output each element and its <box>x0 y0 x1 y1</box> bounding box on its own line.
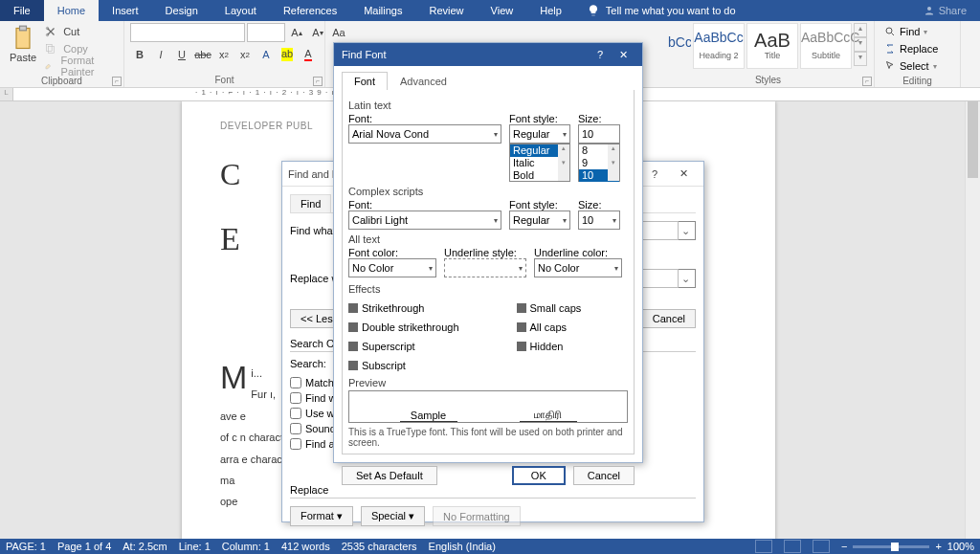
fr-replacewith-input[interactable] <box>638 269 679 288</box>
paste-button[interactable]: Paste <box>6 23 40 65</box>
tab-design[interactable]: Design <box>152 0 212 21</box>
ff-ok-button[interactable]: OK <box>512 466 566 485</box>
group-styles: bCc AaBbCcHeading 2 AaBTitle AaBbCcCSubt… <box>662 21 875 87</box>
fx-strike[interactable]: Strikethrough <box>348 300 459 316</box>
ff-size-list[interactable]: 8 9 10 ▴▾ <box>578 144 620 182</box>
fx-dstrike[interactable]: Double strikethrough <box>348 320 459 335</box>
ff-size-combo[interactable]: 10 <box>578 124 620 144</box>
view-print-button[interactable] <box>784 540 801 553</box>
change-case-button[interactable]: Aa <box>329 24 348 41</box>
ff-complex-font-combo[interactable]: Calibri Light▾ <box>348 211 501 230</box>
fr-cancel-button[interactable]: Cancel <box>642 309 696 328</box>
tab-view[interactable]: View <box>478 0 527 21</box>
style-subtitle[interactable]: AaBbCcCSubtitle <box>800 23 852 69</box>
font-name-combo[interactable] <box>130 23 245 42</box>
fr-format-button[interactable]: Format ▾ <box>290 506 353 526</box>
status-chars[interactable]: 2535 characters <box>342 541 417 552</box>
style-gallery-scroll[interactable]: ▴▾▾ <box>854 23 867 66</box>
ff-complex-style-combo[interactable]: Regular▾ <box>509 211 570 230</box>
replace-button[interactable]: Replace <box>880 40 942 57</box>
fr-special-button[interactable]: Special ▾ <box>361 506 425 526</box>
ff-underlinecolor-combo[interactable]: No Color▾ <box>534 258 622 277</box>
status-at[interactable]: At: 2.5cm <box>122 541 167 552</box>
status-line[interactable]: Line: 1 <box>179 541 211 552</box>
tab-layout[interactable]: Layout <box>212 0 270 21</box>
fr-replacewith-dropdown[interactable]: ⌄ <box>679 269 696 288</box>
underline-button[interactable]: U <box>172 46 191 63</box>
subscript-button[interactable]: x2 <box>214 46 234 63</box>
font-launcher[interactable]: ⌐ <box>313 77 323 86</box>
italic-button[interactable]: I <box>151 46 170 63</box>
scroll-thumb[interactable] <box>968 101 978 178</box>
tab-home[interactable]: Home <box>44 0 99 21</box>
ff-close-button[interactable]: ✕ <box>612 49 635 61</box>
scrollbar-vertical[interactable] <box>965 101 980 539</box>
status-pageof[interactable]: Page 1 of 4 <box>57 541 111 552</box>
fx-allcaps[interactable]: All caps <box>517 320 582 335</box>
ruler-corner[interactable]: L <box>0 88 13 100</box>
text-effects-button[interactable]: A <box>256 46 276 63</box>
zoom-in-button[interactable]: + <box>935 541 941 552</box>
fr-close-button[interactable]: ✕ <box>669 167 698 180</box>
tab-insert[interactable]: Insert <box>99 0 152 21</box>
ff-size-scroll[interactable]: ▴▾ <box>608 144 619 181</box>
grow-font-button[interactable]: A▴ <box>287 24 306 41</box>
zoom-level[interactable]: 100% <box>947 541 974 552</box>
zoom-slider[interactable] <box>853 545 929 548</box>
fr-findwhat-input[interactable] <box>638 221 679 240</box>
tab-mailings[interactable]: Mailings <box>350 0 415 21</box>
ff-titlebar[interactable]: Find Font ? ✕ <box>334 43 642 66</box>
fx-sup[interactable]: Superscript <box>348 339 459 354</box>
ff-tab-font[interactable]: Font <box>342 72 388 90</box>
ff-cancel-button[interactable]: Cancel <box>573 466 635 485</box>
tab-review[interactable]: Review <box>416 0 478 21</box>
tell-me[interactable]: Tell me what you want to do <box>575 4 736 17</box>
status-col[interactable]: Column: 1 <box>222 541 270 552</box>
ff-underlinestyle-combo[interactable]: ▾ <box>444 258 526 277</box>
ff-fontcolor-combo[interactable]: No Color▾ <box>348 258 436 277</box>
format-painter-button[interactable]: Format Painter <box>44 57 118 75</box>
fr-tab-find[interactable]: Find <box>290 194 331 212</box>
fr-findwhat-dropdown[interactable]: ⌄ <box>679 221 696 240</box>
clipboard-launcher[interactable]: ⌐ <box>112 77 122 86</box>
strikethrough-button[interactable]: abc <box>193 46 212 63</box>
ff-help-button[interactable]: ? <box>589 49 612 60</box>
fx-smallcaps[interactable]: Small caps <box>517 300 582 316</box>
styles-launcher[interactable]: ⌐ <box>862 77 872 86</box>
ff-style-list[interactable]: Regular Italic Bold ▴▾ <box>509 144 570 182</box>
cut-button[interactable]: Cut <box>44 23 118 40</box>
view-web-button[interactable] <box>813 540 830 553</box>
superscript-button[interactable]: x2 <box>235 46 255 63</box>
ff-style-combo[interactable]: Regular▾ <box>509 124 570 144</box>
status-page[interactable]: PAGE: 1 <box>6 541 46 552</box>
style-title[interactable]: AaBTitle <box>746 23 798 69</box>
replace-icon <box>884 43 896 55</box>
select-button[interactable]: Select▾ <box>880 57 941 75</box>
font-size-combo[interactable] <box>247 23 285 42</box>
zoom-out-button[interactable]: − <box>841 541 847 552</box>
status-lang[interactable]: English (India) <box>429 541 496 552</box>
tab-references[interactable]: References <box>270 0 350 21</box>
find-font-dialog: Find Font ? ✕ Font Advanced Latin text F… <box>333 42 643 463</box>
tab-file[interactable]: File <box>0 0 44 21</box>
share-button[interactable]: Share <box>924 5 980 16</box>
ff-setdefault-button[interactable]: Set As Default <box>342 466 437 485</box>
find-button[interactable]: Find▾ <box>880 23 931 40</box>
ff-tab-advanced[interactable]: Advanced <box>388 72 459 90</box>
ff-latin-font-combo[interactable]: Arial Nova Cond▾ <box>348 124 501 144</box>
ff-complex-size-combo[interactable]: 10▾ <box>578 211 620 230</box>
shrink-font-button[interactable]: A▾ <box>308 24 327 41</box>
bold-button[interactable]: B <box>130 46 149 63</box>
ff-style-scroll[interactable]: ▴▾ <box>558 144 569 181</box>
fr-help-button[interactable]: ? <box>640 168 669 180</box>
fx-sub[interactable]: Subscript <box>348 358 459 373</box>
status-words[interactable]: 412 words <box>281 541 330 552</box>
view-read-button[interactable] <box>755 540 772 553</box>
highlight-button[interactable]: ab <box>278 46 297 63</box>
svg-rect-1 <box>16 29 30 49</box>
fx-hidden[interactable]: Hidden <box>517 339 582 354</box>
style-heading2[interactable]: AaBbCcHeading 2 <box>693 23 745 69</box>
tab-help[interactable]: Help <box>526 0 575 21</box>
fr-noformatting-button[interactable]: No Formatting <box>433 506 521 526</box>
font-color-button[interactable]: A <box>299 46 318 63</box>
